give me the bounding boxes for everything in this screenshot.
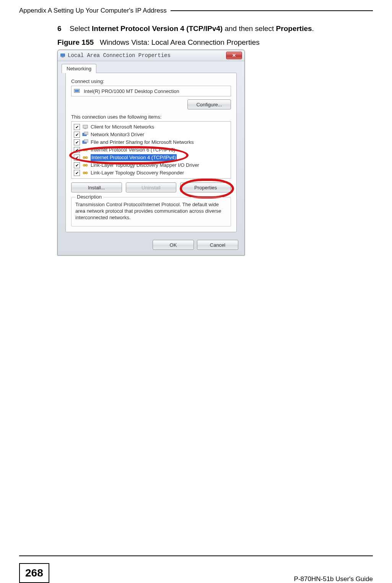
svg-rect-4 [75,90,79,92]
monitor-icon [82,132,88,138]
checkbox[interactable]: ✔ [74,132,80,138]
svg-rect-2 [62,57,64,57]
list-item[interactable]: ✔ Client for Microsoft Networks [72,123,230,131]
svg-rect-10 [84,140,88,142]
item-label: Link-Layer Topology Discovery Mapper I/O… [91,162,199,169]
cancel-button[interactable]: Cancel [197,240,238,250]
adapter-box[interactable]: Intel(R) PRO/1000 MT Desktop Connection [71,86,231,96]
checkbox[interactable]: ✔ [74,124,80,130]
description-fieldset: Description Transmission Control Protoco… [71,197,231,226]
properties-dialog: Local Area Connection Properties ✕ Netwo… [57,50,245,256]
svg-rect-1 [62,57,63,57]
list-item-selected[interactable]: ✔ Internet Protocol Version 4 (TCP/IPv4) [72,154,230,161]
item-label: Link-Layer Topology Discovery Responder [91,169,184,176]
client-icon [82,124,88,130]
step-text: Select Internet Protocol Version 4 (TCP/… [70,24,373,33]
protocol-icon [82,147,88,153]
uninstall-button: Uninstall [126,182,177,192]
guide-name: P-870HN-51b User's Guide [294,575,373,583]
figure-label: Figure 155 [57,38,94,46]
checkbox[interactable]: ✔ [74,162,80,168]
install-button[interactable]: Install... [71,182,122,192]
step-bold-1: Internet Protocol Version 4 (TCP/IPv4) [92,24,223,33]
list-item[interactable]: ✔ File and Printer Sharing for Microsoft… [72,138,230,146]
checkbox[interactable]: ✔ [74,170,80,176]
close-icon: ✕ [232,53,236,58]
ok-button[interactable]: OK [153,240,194,250]
step-6: 6 Select Internet Protocol Version 4 (TC… [57,24,373,33]
step-bold-2: Properties [276,24,312,33]
item-label: Internet Protocol Version 6 (TCP/IPv6) [91,147,175,153]
checkbox[interactable]: ✔ [74,155,80,161]
close-button[interactable]: ✕ [226,52,242,59]
description-legend: Description [75,194,103,200]
list-item[interactable]: ✔ Link-Layer Topology Discovery Responde… [72,169,230,177]
protocol-icon [82,170,88,176]
protocol-icon [82,162,88,168]
page-number: 268 [19,563,49,583]
titlebar[interactable]: Local Area Connection Properties ✕ [58,50,244,61]
adapter-icon [74,88,81,94]
appendix-title: Appendix A Setting Up Your Computer's IP… [19,7,167,15]
list-item[interactable]: ✔ Link-Layer Topology Discovery Mapper I… [72,161,230,169]
header-rule [171,10,373,11]
svg-rect-0 [61,54,65,57]
item-label: File and Printer Sharing for Microsoft N… [91,139,194,146]
step-suffix: . [312,24,314,33]
dialog-title: Local Area Connection Properties [68,52,171,59]
svg-rect-6 [84,129,86,129]
protocol-icon [82,155,88,161]
figure-caption-text: Windows Vista: Local Area Connection Pro… [100,38,260,46]
network-icon [60,53,65,58]
properties-button[interactable]: Properties [180,182,231,192]
item-label: Client for Microsoft Networks [91,124,154,130]
item-label: Network Monitor3 Driver [91,131,144,138]
step-mid: and then select [223,24,276,33]
adapter-name: Intel(R) PRO/1000 MT Desktop Connection [84,88,179,94]
checkbox[interactable]: ✔ [74,147,80,153]
items-list[interactable]: ✔ Client for Microsoft Networks ✔ Networ… [71,121,231,179]
svg-rect-5 [83,125,88,128]
items-label: This connection uses the following items… [71,114,231,120]
figure-caption: Figure 155 Windows Vista: Local Area Con… [57,38,373,47]
item-label: Internet Protocol Version 4 (TCP/IPv4) [91,154,177,161]
checkbox[interactable]: ✔ [74,139,80,145]
step-prefix: Select [70,24,92,33]
configure-button[interactable]: Configure... [187,99,231,109]
description-text: Transmission Control Protocol/Internet P… [75,201,227,221]
step-number: 6 [57,24,70,33]
share-icon [82,139,88,145]
connect-using-label: Connect using: [71,78,231,84]
list-item[interactable]: ✔ Internet Protocol Version 6 (TCP/IPv6) [72,146,230,154]
svg-rect-8 [84,132,88,135]
tab-networking[interactable]: Networking [62,64,96,73]
list-item[interactable]: ✔ Network Monitor3 Driver [72,131,230,138]
